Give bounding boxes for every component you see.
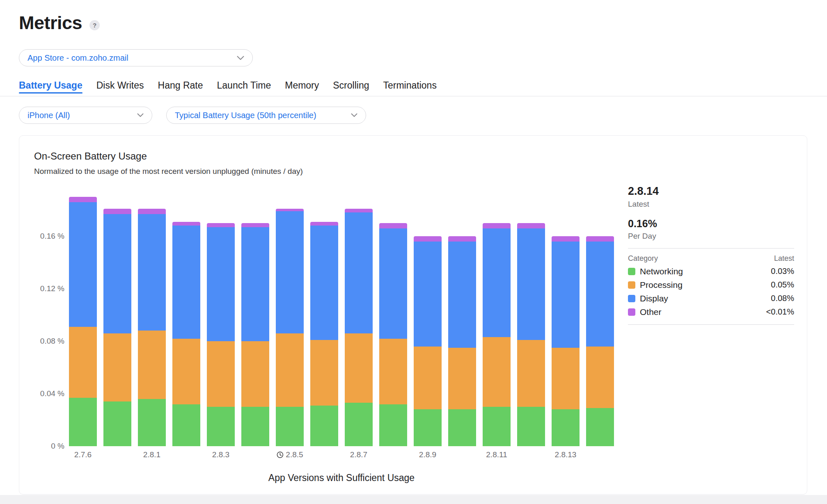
networking-swatch-icon xyxy=(628,268,635,275)
filter-bar: iPhone (All) Typical Battery Usage (50th… xyxy=(19,107,366,124)
tab-scrolling[interactable]: Scrolling xyxy=(333,80,369,95)
legend-header-latest: Latest xyxy=(774,254,794,263)
metric-filter-dropdown[interactable]: Typical Battery Usage (50th percentile) xyxy=(166,107,366,124)
bar-2.8.12[interactable] xyxy=(517,223,545,446)
bar-segment-display xyxy=(241,227,269,341)
chevron-down-icon xyxy=(237,56,244,60)
bar-segment-other xyxy=(517,223,545,228)
bar-2.8.14[interactable] xyxy=(586,236,614,446)
x-axis-tick: 2.8.11 xyxy=(486,450,507,459)
bar-2.8.9[interactable] xyxy=(414,236,442,446)
bar-2.8.1[interactable] xyxy=(138,209,166,446)
y-axis-tick: 0 % xyxy=(51,442,64,451)
bar-2.8.10[interactable] xyxy=(448,236,476,446)
bar-segment-networking xyxy=(586,408,614,446)
bar-segment-networking xyxy=(448,409,476,446)
bar-segment-display xyxy=(414,242,442,347)
bar-segment-display xyxy=(172,226,200,338)
tab-hang-rate[interactable]: Hang Rate xyxy=(158,80,203,95)
chart-plot-area: 0 %0.04 %0.08 %0.12 %0.16 % 2.7.62.8.12.… xyxy=(34,184,617,495)
page-header: Metrics ? xyxy=(19,12,100,34)
bar-segment-networking xyxy=(207,407,235,446)
bar-2.8.8[interactable] xyxy=(379,223,407,446)
bar-segment-display xyxy=(483,228,511,338)
chart-subtitle: Normalized to the usage of the most rece… xyxy=(34,167,303,176)
latest-version-caption: Latest xyxy=(628,200,794,209)
bar-segment-networking xyxy=(69,398,97,446)
battery-usage-card: On-Screen Battery Usage Normalized to th… xyxy=(19,135,807,495)
legend-label: Processing xyxy=(640,280,766,290)
legend-row-other: Other <0.01% xyxy=(628,305,794,319)
tab-battery-usage[interactable]: Battery Usage xyxy=(19,80,82,95)
legend-label: Display xyxy=(640,294,766,303)
metric-filter-value: Typical Battery Usage (50th percentile) xyxy=(175,111,316,120)
bar-segment-other xyxy=(448,236,476,242)
tab-memory[interactable]: Memory xyxy=(285,80,319,95)
bar-segment-other xyxy=(379,223,407,228)
page-title: Metrics xyxy=(19,12,82,34)
bar-segment-other xyxy=(483,223,511,228)
bar-segment-processing xyxy=(103,333,131,401)
bar-segment-display xyxy=(345,212,373,333)
x-axis: 2.7.62.8.12.8.32.8.52.8.72.8.92.8.112.8.… xyxy=(69,450,614,462)
bar-2.8.3[interactable] xyxy=(207,223,235,446)
bar-segment-processing xyxy=(276,333,304,407)
bar-segment-display xyxy=(310,226,338,340)
y-axis-tick: 0.04 % xyxy=(40,389,64,398)
help-icon[interactable]: ? xyxy=(89,20,100,30)
bar-segment-display xyxy=(138,214,166,331)
summary-divider xyxy=(628,248,794,249)
bar-segment-processing xyxy=(69,327,97,398)
bar-2.8.6[interactable] xyxy=(310,222,338,446)
bar-segment-networking xyxy=(138,399,166,446)
bar-segment-display xyxy=(552,242,580,348)
bar-2.8.13[interactable] xyxy=(552,236,580,446)
bar-2.8.11[interactable] xyxy=(483,223,511,446)
app-selector-value: App Store - com.zoho.zmail xyxy=(27,53,128,63)
bar-segment-networking xyxy=(276,407,304,446)
x-axis-tick: 2.7.6 xyxy=(74,450,92,459)
bar-segment-networking xyxy=(552,409,580,446)
tab-launch-time[interactable]: Launch Time xyxy=(217,80,271,95)
bar-segment-other xyxy=(172,222,200,226)
bar-segment-other xyxy=(207,223,235,227)
bar-segment-networking xyxy=(241,407,269,446)
bar-segment-processing xyxy=(586,347,614,408)
bar-2.8.0[interactable] xyxy=(103,209,131,446)
device-filter-dropdown[interactable]: iPhone (All) xyxy=(19,107,152,124)
legend-label: Other xyxy=(640,307,762,317)
chevron-down-icon xyxy=(137,113,144,117)
bar-2.8.2[interactable] xyxy=(172,222,200,446)
chevron-down-icon xyxy=(351,113,357,117)
y-axis-tick: 0.08 % xyxy=(40,337,64,346)
bar-segment-other xyxy=(69,197,97,202)
bar-segment-other xyxy=(345,209,373,213)
bar-segment-display xyxy=(448,242,476,348)
x-axis-tick: 2.8.5 xyxy=(276,450,303,459)
bar-segment-networking xyxy=(414,409,442,446)
legend-label: Networking xyxy=(640,267,766,276)
bar-segment-networking xyxy=(172,404,200,446)
x-axis-caption: App Versions with Sufficient Usage xyxy=(69,472,614,483)
bar-segment-processing xyxy=(517,340,545,407)
tab-disk-writes[interactable]: Disk Writes xyxy=(96,80,144,95)
x-axis-tick: 2.8.9 xyxy=(419,450,436,459)
bar-2.7.6[interactable] xyxy=(69,197,97,446)
bar-segment-other xyxy=(103,209,131,214)
bar-2.8.5[interactable] xyxy=(276,209,304,446)
app-selector-dropdown[interactable]: App Store - com.zoho.zmail xyxy=(19,49,253,66)
legend-row-processing: Processing 0.05% xyxy=(628,278,794,292)
bar-segment-display xyxy=(586,242,614,347)
next-section-peek xyxy=(0,495,827,504)
bar-segment-networking xyxy=(345,403,373,446)
bar-segment-networking xyxy=(483,407,511,446)
legend-header: Category Latest xyxy=(628,254,794,263)
bar-segment-other xyxy=(552,236,580,242)
bar-2.8.7[interactable] xyxy=(345,209,373,446)
bar-segment-display xyxy=(276,211,304,333)
tab-terminations[interactable]: Terminations xyxy=(383,80,437,95)
chart-title: On-Screen Battery Usage xyxy=(34,151,147,162)
bar-2.8.4[interactable] xyxy=(241,223,269,446)
bar-segment-display xyxy=(69,202,97,327)
y-axis-tick: 0.16 % xyxy=(40,232,64,241)
